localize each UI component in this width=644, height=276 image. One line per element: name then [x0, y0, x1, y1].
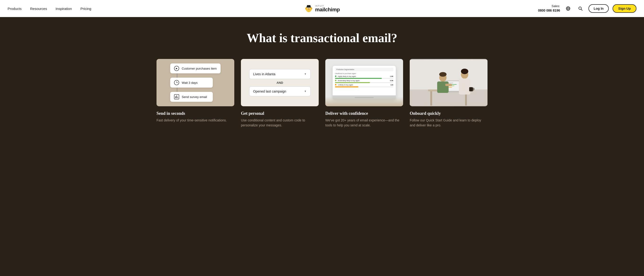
feature-title-confidence: Deliver with confidence — [325, 111, 403, 116]
chevron-down-icon-2: ▼ — [304, 90, 307, 93]
sales-number: 0800 086 8196 — [538, 8, 560, 13]
svg-rect-35 — [445, 84, 452, 86]
login-button[interactable]: Log In — [588, 4, 609, 13]
feature-deliver-confidence: Predictive Segmentation Likelihood to pu… — [325, 59, 403, 128]
svg-rect-34 — [437, 81, 448, 93]
svg-point-37 — [461, 69, 468, 74]
svg-rect-39 — [459, 83, 462, 91]
sales-label: Sales: — [538, 4, 560, 8]
feature-desc-onboard: Follow our Quick Start Guide and learn t… — [410, 118, 488, 128]
play-icon: ▶ — [174, 66, 179, 71]
screen-row-2: Moderately likely to buy again 5.5K — [335, 80, 394, 81]
globe-icon[interactable] — [564, 4, 572, 13]
bar-wrap-3 — [335, 86, 394, 87]
dashboard-screen: Predictive Segmentation Likelihood to pu… — [333, 66, 396, 95]
hand-overlay — [325, 97, 403, 106]
flow-connector-2 — [177, 88, 177, 92]
screen-row-3: Unlikely to buy again 11K — [335, 84, 394, 86]
flow-item-survey: Send survey email — [170, 92, 213, 102]
laptop-mockup: Predictive Segmentation Likelihood to pu… — [333, 66, 396, 100]
people-illustration — [410, 59, 488, 106]
flow-purchase-label: Customer purchases item — [182, 67, 216, 70]
feature-send-in-seconds: ▶ Customer purchases item Wait 3 days — [156, 59, 234, 128]
search-icon[interactable] — [576, 4, 585, 13]
automation-flow: ▶ Customer purchases item Wait 3 days — [170, 64, 220, 102]
chevron-down-icon-1: ▼ — [304, 73, 307, 75]
row-label-2: Moderately likely to buy again — [338, 80, 389, 81]
svg-point-5 — [311, 8, 312, 10]
svg-point-10 — [308, 8, 310, 9]
svg-point-33 — [439, 72, 446, 77]
feature-desc-send: Fast delivery of your time-sensitive not… — [156, 118, 234, 123]
feature-desc-personal: Use conditional content and custom code … — [241, 118, 319, 128]
segment-dropdown-1[interactable]: Lives in Atlanta ▼ — [249, 69, 311, 79]
row-value-2: 5.5K — [390, 80, 394, 81]
segment-dropdown-2[interactable]: Opened last campaign ▼ — [249, 86, 311, 96]
dot-green — [335, 76, 336, 77]
flow-item-wait: Wait 3 days — [170, 78, 213, 88]
signup-button[interactable]: Sign Up — [612, 4, 636, 13]
feature-title-personal: Get personal — [241, 111, 319, 116]
svg-point-4 — [306, 8, 307, 10]
feature-desc-confidence: We've got 20+ years of email experience—… — [325, 118, 403, 128]
segment-1-label: Lives in Atlanta — [253, 72, 276, 76]
row-value-3: 11K — [390, 84, 394, 86]
nav-actions: Sales: 0800 086 8196 Log In Sign Up — [538, 4, 636, 13]
dot-light-green — [335, 80, 336, 81]
logo-mailchimp-text: mailchimp — [315, 7, 340, 12]
flow-wait-label: Wait 3 days — [182, 81, 198, 85]
screen-row-1: Highly likely to buy again 1.6K — [335, 76, 394, 77]
feature-image-people — [410, 59, 488, 106]
and-connector: AND — [276, 81, 283, 85]
features-grid: ▶ Customer purchases item Wait 3 days — [156, 59, 488, 128]
row-value-1: 1.6K — [390, 76, 394, 77]
nav-inspiration[interactable]: Inspiration — [56, 7, 72, 11]
screen-header: Predictive Segmentation — [335, 68, 394, 71]
feature-image-dashboard: Predictive Segmentation Likelihood to pu… — [325, 59, 403, 106]
svg-rect-12 — [306, 7, 311, 7]
svg-line-19 — [581, 9, 582, 11]
chart-icon — [174, 94, 179, 99]
nav-products[interactable]: Products — [8, 7, 22, 11]
svg-point-8 — [308, 8, 308, 8]
people-photo — [410, 59, 488, 106]
nav-pricing[interactable]: Pricing — [80, 7, 91, 11]
navbar: Products Resources Inspiration Pricing — [0, 0, 644, 17]
row-label-3: Unlikely to buy again — [338, 84, 389, 86]
screen-subtitle: Likelihood to purchase again — [335, 73, 394, 74]
hero-section: What is transactional email? ▶ Customer … — [0, 17, 644, 147]
feature-image-automation: ▶ Customer purchases item Wait 3 days — [156, 59, 234, 106]
svg-rect-40 — [469, 87, 473, 91]
svg-point-9 — [310, 8, 310, 8]
feature-title-onboard: Onboard quickly — [410, 111, 488, 116]
flow-item-purchase: ▶ Customer purchases item — [170, 64, 220, 73]
nav-logo[interactable]: INTUIT mailchimp — [304, 4, 340, 13]
mailchimp-logo-icon — [304, 4, 313, 13]
svg-rect-23 — [430, 91, 432, 106]
feature-get-personal: Lives in Atlanta ▼ AND Opened last campa… — [241, 59, 319, 128]
bar-3 — [335, 86, 358, 87]
hero-title: What is transactional email? — [19, 31, 625, 45]
feature-onboard-quickly: Onboard quickly Follow our Quick Start G… — [410, 59, 488, 128]
segment-flow: Lives in Atlanta ▼ AND Opened last campa… — [249, 69, 311, 96]
segment-2-label: Opened last campaign — [253, 90, 286, 93]
feature-image-segment: Lives in Atlanta ▼ AND Opened last campa… — [241, 59, 319, 106]
feature-title-send: Send in seconds — [156, 111, 234, 116]
flow-connector-1 — [177, 73, 177, 78]
row-label-1: Highly likely to buy again — [338, 76, 389, 77]
sales-info: Sales: 0800 086 8196 — [538, 4, 560, 13]
nav-resources[interactable]: Resources — [30, 7, 47, 11]
nav-links: Products Resources Inspiration Pricing — [8, 7, 91, 11]
flow-survey-label: Send survey email — [182, 95, 207, 99]
dot-orange — [335, 84, 336, 85]
clock-icon — [174, 80, 179, 85]
